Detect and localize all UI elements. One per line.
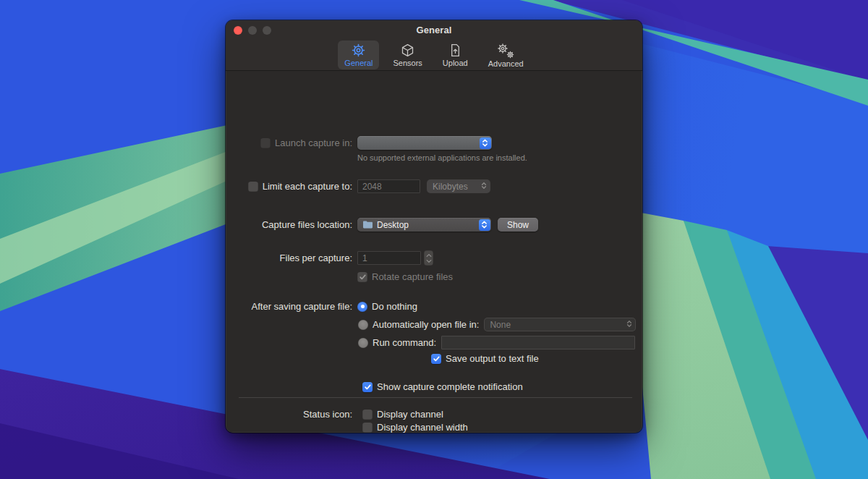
auto-open-radio[interactable] [358, 320, 368, 330]
display-channel-width-label: Display channel width [377, 422, 468, 433]
popup-chevrons-icon [480, 137, 491, 149]
run-command-label: Run command: [373, 337, 436, 348]
rotate-files-label: Rotate capture files [372, 271, 453, 282]
launch-capture-select[interactable] [357, 136, 492, 150]
preferences-window: General General [226, 20, 642, 433]
launch-capture-helper: No supported external applications are i… [357, 153, 527, 162]
launch-capture-checkbox[interactable] [260, 138, 271, 148]
general-pane: Launch capture in: No supported external… [226, 71, 642, 433]
status-icon-label: Status icon: [303, 409, 352, 420]
location-label: Capture files location: [262, 219, 352, 230]
limit-unit-value: Kilobytes [433, 182, 468, 192]
popup-chevrons-icon [481, 181, 487, 192]
save-output-checkbox[interactable] [431, 354, 441, 364]
do-nothing-label: Do nothing [372, 301, 417, 312]
tab-upload-label: Upload [443, 59, 468, 67]
desktop: General General [0, 0, 868, 479]
upload-document-icon [448, 43, 463, 58]
notification-label: Show capture complete notification [377, 381, 523, 392]
double-gear-icon [497, 43, 514, 59]
limit-unit-select[interactable]: Kilobytes [427, 179, 490, 193]
files-per-capture-stepper[interactable] [424, 250, 433, 266]
limit-capture-checkbox[interactable] [248, 182, 258, 192]
toolbar: General Sensors [226, 40, 642, 70]
tab-sensors[interactable]: Sensors [386, 41, 428, 69]
tab-advanced-label: Advanced [488, 59, 524, 68]
limit-size-field[interactable]: 2048 [357, 179, 420, 193]
limit-capture-label: Limit each capture to: [263, 181, 352, 192]
display-channel-checkbox[interactable] [362, 410, 373, 420]
tab-advanced[interactable]: Advanced [482, 41, 530, 70]
folder-icon [363, 221, 373, 229]
location-value: Desktop [377, 220, 409, 230]
after-saving-label: After saving capture file: [252, 301, 352, 312]
auto-open-value: None [490, 320, 511, 330]
popup-chevrons-icon [479, 219, 490, 231]
minimize-button[interactable] [248, 26, 257, 35]
titlebar: General [226, 20, 642, 40]
show-button[interactable]: Show [498, 218, 538, 232]
tab-sensors-label: Sensors [393, 59, 422, 67]
notification-checkbox[interactable] [362, 382, 373, 392]
tab-general-label: General [344, 59, 373, 67]
display-channel-label: Display channel [377, 409, 443, 420]
cube-icon [400, 43, 415, 58]
auto-open-select[interactable]: None [484, 318, 636, 331]
save-output-label: Save output to text file [446, 353, 539, 364]
do-nothing-radio[interactable] [357, 302, 367, 312]
rotate-files-checkbox[interactable] [357, 272, 367, 282]
close-button[interactable] [234, 26, 242, 35]
gear-icon [351, 43, 366, 58]
files-per-capture-field[interactable]: 1 [357, 251, 421, 265]
launch-capture-label: Launch capture in: [275, 137, 352, 148]
window-title: General [226, 25, 642, 35]
popup-chevrons-icon [626, 319, 632, 330]
location-select[interactable]: Desktop [357, 218, 491, 232]
auto-open-label: Automatically open file in: [373, 319, 479, 330]
files-per-capture-label: Files per capture: [280, 253, 352, 263]
section-divider [239, 397, 632, 398]
zoom-button[interactable] [263, 26, 271, 35]
display-channel-width-checkbox[interactable] [362, 423, 373, 433]
tab-upload[interactable]: Upload [436, 41, 475, 69]
run-command-field[interactable] [441, 336, 635, 349]
tab-general[interactable]: General [338, 41, 379, 69]
run-command-radio[interactable] [358, 338, 368, 348]
